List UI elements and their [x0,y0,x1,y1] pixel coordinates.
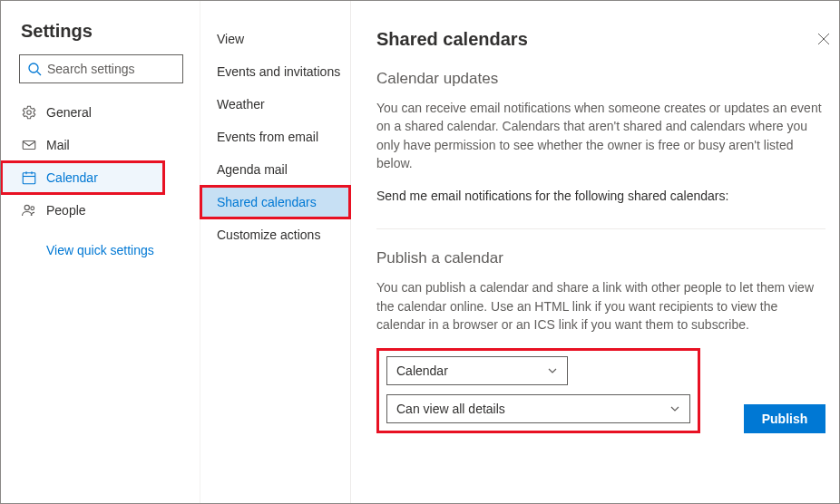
sidebar-item-label: Mail [46,138,70,152]
calendar-updates-heading: Calendar updates [376,70,825,88]
subnav-label: Customize actions [217,228,320,242]
subnav-label: View [217,32,244,46]
chevron-down-icon [547,365,558,376]
sidebar-item-label: Calendar [46,170,98,185]
close-button[interactable] [809,24,838,53]
subnav-label: Agenda mail [217,162,288,177]
publish-calendar-heading: Publish a calendar [376,249,825,267]
svg-point-0 [29,63,38,73]
sidebar-item-mail[interactable]: Mail [1,129,200,161]
svg-point-2 [27,111,32,115]
subnav-item-view[interactable]: View [200,23,350,55]
search-settings-field[interactable] [45,61,208,77]
subnav-item-weather[interactable]: Weather [200,88,350,121]
subnav-label: Weather [217,97,265,111]
calendar-updates-prompt: Send me email notifications for the foll… [376,187,825,205]
settings-title: Settings [1,17,200,54]
permission-select-value: Can view all details [396,402,505,416]
sidebar-item-calendar[interactable]: Calendar [1,161,164,194]
close-icon [817,33,830,45]
chevron-down-icon [669,403,680,414]
sidebar-item-people[interactable]: People [1,194,200,227]
calendar-icon [21,170,46,186]
search-icon [27,62,42,76]
sidebar-item-general[interactable]: General [1,96,200,129]
settings-sidebar: Settings General [1,1,200,503]
panel-title: Shared calendars [376,29,528,50]
settings-panel: Shared calendars Calendar updates You ca… [351,1,840,503]
publish-options-highlight: Calendar Can view all details [376,348,700,433]
quick-settings-label: View quick settings [46,243,154,257]
panel-body: Calendar updates You can receive email n… [351,55,840,503]
subnav-item-shared-calendars[interactable]: Shared calendars [200,186,350,218]
people-icon [21,202,46,218]
subnav-item-events-from-email[interactable]: Events from email [200,121,350,153]
svg-point-9 [31,207,34,210]
subnav-label: Events and invitations [217,64,340,79]
publish-button[interactable]: Publish [744,404,825,433]
section-divider [376,228,825,229]
permission-select[interactable]: Can view all details [386,394,690,423]
subnav-item-agenda-mail[interactable]: Agenda mail [200,153,350,186]
publish-button-label: Publish [762,412,808,426]
sidebar-item-label: General [46,105,92,120]
search-settings-input[interactable] [19,54,183,83]
subnav-label: Events from email [217,130,318,144]
calendar-select[interactable]: Calendar [386,356,568,385]
svg-rect-4 [23,173,35,184]
calendar-select-value: Calendar [396,363,448,378]
gear-icon [21,104,46,121]
subnav-item-events-invitations[interactable]: Events and invitations [200,55,350,88]
svg-point-8 [24,205,29,209]
subnav-item-customize-actions[interactable]: Customize actions [200,218,350,251]
subnav-label: Shared calendars [217,195,317,209]
svg-line-1 [37,72,41,75]
view-quick-settings-link[interactable]: View quick settings [1,234,200,267]
calendar-subnav: View Events and invitations Weather Even… [200,1,351,503]
svg-rect-3 [23,141,35,150]
sidebar-item-label: People [46,203,86,218]
calendar-updates-body: You can receive email notifications when… [376,99,825,172]
publish-calendar-body: You can publish a calendar and share a l… [376,278,825,334]
mail-icon [21,137,46,153]
